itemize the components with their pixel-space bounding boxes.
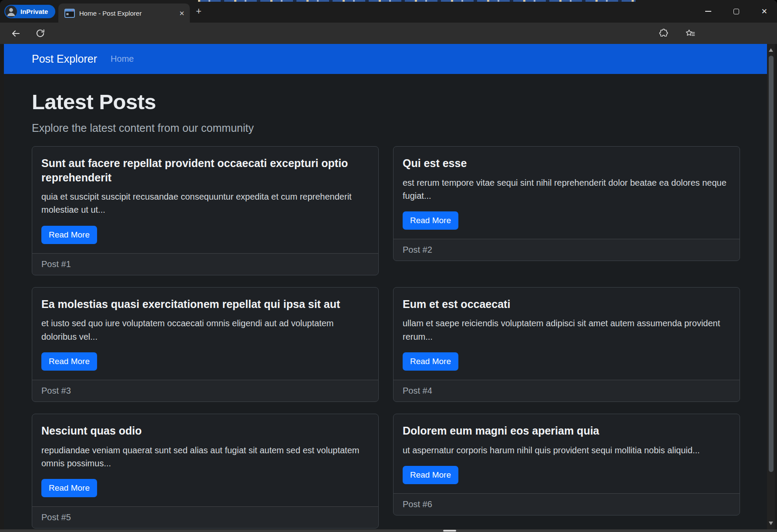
post-title: Dolorem eum magni eos aperiam quia bbox=[403, 424, 730, 438]
tab-title: Home - Post Explorer bbox=[79, 10, 179, 17]
window-controls: ✕ bbox=[696, 0, 777, 23]
post-footer: Post #3 bbox=[32, 380, 378, 402]
window-close-icon[interactable]: ✕ bbox=[761, 8, 767, 15]
page-title: Latest Posts bbox=[32, 90, 740, 114]
read-more-button[interactable]: Read More bbox=[403, 352, 458, 371]
minimize-icon[interactable] bbox=[705, 11, 711, 12]
taskbar-edge-notch bbox=[443, 530, 456, 532]
post-excerpt: repudiandae veniam quaerat sunt sed alia… bbox=[41, 444, 369, 470]
inprivate-badge[interactable]: InPrivate bbox=[4, 5, 55, 18]
post-card-6: Dolorem eum magni eos aperiam quia ut as… bbox=[393, 414, 740, 515]
post-card-2: Qui est esse est rerum tempore vitae seq… bbox=[393, 146, 740, 261]
post-footer: Post #5 bbox=[32, 506, 378, 528]
scrollbar-thumb[interactable] bbox=[769, 56, 774, 472]
extensions-icon[interactable] bbox=[657, 23, 669, 44]
read-more-button[interactable]: Read More bbox=[403, 466, 458, 484]
screen: InPrivate Home - Post Explorer ✕ + bbox=[0, 0, 777, 532]
post-excerpt: est rerum tempore vitae sequi sint nihil… bbox=[403, 176, 730, 203]
site-navbar: Post Explorer Home bbox=[4, 44, 767, 74]
post-excerpt: ullam et saepe reiciendis voluptatem adi… bbox=[403, 317, 730, 343]
favorites-hub-icon[interactable] bbox=[684, 23, 697, 44]
post-excerpt: quia et suscipit suscipit recusandae con… bbox=[41, 190, 369, 217]
post-footer: Post #2 bbox=[394, 239, 740, 261]
scroll-up-icon[interactable] bbox=[769, 48, 773, 52]
tab-close-icon[interactable]: ✕ bbox=[179, 10, 185, 17]
post-footer: Post #1 bbox=[32, 253, 378, 275]
inprivate-label: InPrivate bbox=[20, 8, 48, 15]
post-title: Qui est esse bbox=[403, 156, 730, 171]
browser-toolbar: localhost:5000 bbox=[0, 23, 777, 44]
main-content: Latest Posts Explore the latest content … bbox=[4, 74, 767, 529]
nav-link-home[interactable]: Home bbox=[111, 54, 134, 64]
refresh-icon[interactable] bbox=[34, 23, 46, 44]
read-more-button[interactable]: Read More bbox=[403, 211, 458, 230]
post-excerpt: ut aspernatur corporis harum nihil quis … bbox=[403, 444, 730, 457]
post-card-3: Ea molestias quasi exercitationem repell… bbox=[32, 287, 379, 402]
post-title: Eum et est occaecati bbox=[403, 297, 730, 311]
scroll-down-icon[interactable] bbox=[769, 522, 773, 525]
post-footer: Post #6 bbox=[394, 493, 740, 515]
post-title: Ea molestias quasi exercitationem repell… bbox=[41, 297, 369, 311]
page-subtitle: Explore the latest content from our comm… bbox=[32, 122, 740, 134]
post-card-1: Sunt aut facere repellat provident occae… bbox=[32, 146, 379, 275]
taskbar-edge-strip bbox=[0, 529, 777, 532]
posts-grid: Sunt aut facere repellat provident occae… bbox=[32, 146, 740, 529]
browser-window: InPrivate Home - Post Explorer ✕ + bbox=[0, 0, 777, 532]
post-card-4: Eum et est occaecati ullam et saepe reic… bbox=[393, 287, 740, 402]
post-footer: Post #4 bbox=[394, 380, 740, 402]
web-page: Post Explorer Home Latest Posts Explore … bbox=[4, 44, 767, 529]
post-card-5: Nesciunt quas odio repudiandae veniam qu… bbox=[32, 414, 379, 529]
titlebar: InPrivate Home - Post Explorer ✕ + bbox=[0, 0, 777, 23]
new-tab-icon[interactable]: + bbox=[196, 7, 202, 16]
back-icon[interactable] bbox=[10, 23, 22, 44]
maximize-icon[interactable] bbox=[733, 9, 739, 14]
post-title: Nesciunt quas odio bbox=[41, 424, 369, 438]
read-more-button[interactable]: Read More bbox=[41, 479, 97, 497]
read-more-button[interactable]: Read More bbox=[41, 226, 97, 244]
tab-favicon-icon bbox=[64, 9, 75, 18]
read-more-button[interactable]: Read More bbox=[41, 352, 97, 371]
browser-tab[interactable]: Home - Post Explorer ✕ bbox=[58, 3, 190, 23]
profile-avatar-icon bbox=[5, 6, 17, 17]
post-excerpt: et iusto sed quo iure voluptatem occaeca… bbox=[41, 317, 369, 343]
post-title: Sunt aut facere repellat provident occae… bbox=[41, 156, 369, 184]
screen-artifact-strip bbox=[198, 0, 636, 2]
page-scrollbar[interactable] bbox=[767, 44, 775, 529]
site-brand[interactable]: Post Explorer bbox=[32, 53, 97, 65]
